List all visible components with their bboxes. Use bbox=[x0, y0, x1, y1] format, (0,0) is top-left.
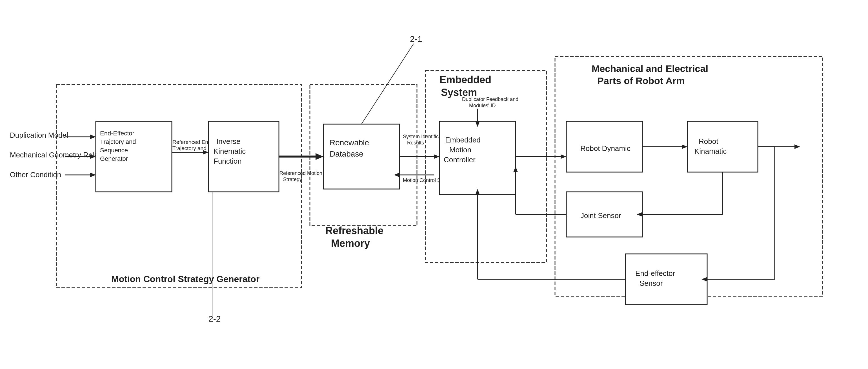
renewable-db-text1: Renewable bbox=[330, 138, 369, 147]
end-effector-text3: Sequence bbox=[100, 147, 128, 154]
renewable-db-text2: Database bbox=[330, 149, 364, 158]
svg-rect-14 bbox=[209, 121, 279, 192]
motion-control-label: Motion Control Strategy Generator bbox=[111, 274, 259, 284]
svg-rect-30 bbox=[687, 121, 758, 172]
ref-motion-label2: Strategy bbox=[283, 177, 302, 182]
embedded-system-label: Embedded bbox=[439, 74, 491, 85]
end-effector-text4: Generator bbox=[100, 155, 128, 162]
mech-elec-label2: Parts of Robot Arm bbox=[597, 75, 685, 86]
dup-feedback-label: Duplicator Feedback and bbox=[462, 96, 518, 102]
sys-id-label2: Results bbox=[407, 140, 424, 146]
inverse-kin-text2: Kinematic bbox=[214, 147, 246, 155]
other-condition-label: Other Condition bbox=[10, 170, 61, 179]
refreshable-memory-label2: Memory bbox=[331, 237, 370, 249]
label-2-2: 2-2 bbox=[209, 314, 221, 323]
joint-sensor-text: Joint Sensor bbox=[580, 211, 621, 220]
end-effector-text1: End-Effector bbox=[100, 130, 134, 137]
inverse-kin-text3: Function bbox=[214, 157, 242, 165]
end-effector-text2: Trajctory and bbox=[100, 138, 136, 145]
robot-dynamic-text: Robot Dynamic bbox=[580, 144, 630, 152]
svg-rect-40 bbox=[625, 254, 707, 305]
duplication-model-label: Duplication Model bbox=[10, 131, 68, 139]
end-effector-sensor-text2: Sensor bbox=[640, 279, 663, 287]
robot-kinematic-text1: Robot bbox=[699, 137, 718, 146]
dup-feedback-label2: Modules' ID bbox=[469, 103, 496, 108]
embedded-motion-text3: Controller bbox=[444, 155, 475, 164]
refreshable-memory-label: Refreshable bbox=[326, 225, 383, 236]
robot-kinematic-text2: Kinamatic bbox=[694, 147, 726, 155]
diagram: Motion Control Strategy Generator Refres… bbox=[0, 0, 868, 369]
mech-elec-label: Mechanical and Electrical bbox=[592, 63, 708, 74]
label-2-1: 2-1 bbox=[410, 34, 422, 44]
inverse-kin-text1: Inverse bbox=[216, 137, 240, 146]
embedded-motion-text1: Embedded bbox=[445, 136, 480, 144]
end-effector-sensor-text1: End-effector bbox=[635, 269, 675, 278]
embedded-motion-text2: Motion bbox=[450, 146, 471, 154]
